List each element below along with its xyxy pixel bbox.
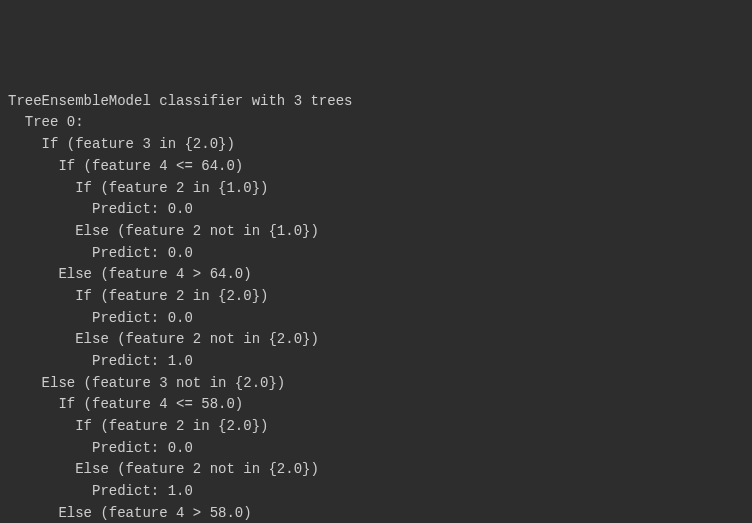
console-line: Else (feature 2 not in {2.0}) — [8, 329, 744, 351]
console-line: If (feature 2 in {1.0}) — [8, 178, 744, 200]
console-line: Else (feature 4 > 64.0) — [8, 264, 744, 286]
console-line: Predict: 0.0 — [8, 199, 744, 221]
console-line: TreeEnsembleModel classifier with 3 tree… — [8, 91, 744, 113]
console-line: If (feature 4 <= 58.0) — [8, 394, 744, 416]
console-line: Predict: 0.0 — [8, 243, 744, 265]
console-line: Else (feature 4 > 58.0) — [8, 503, 744, 523]
console-line: Predict: 0.0 — [8, 438, 744, 460]
console-line: Predict: 1.0 — [8, 351, 744, 373]
console-output: TreeEnsembleModel classifier with 3 tree… — [8, 91, 744, 523]
console-line: Tree 0: — [8, 112, 744, 134]
console-line: If (feature 2 in {2.0}) — [8, 416, 744, 438]
console-line: If (feature 3 in {2.0}) — [8, 134, 744, 156]
console-line: Predict: 1.0 — [8, 481, 744, 503]
console-line: Else (feature 2 not in {1.0}) — [8, 221, 744, 243]
console-line: If (feature 4 <= 64.0) — [8, 156, 744, 178]
console-line: Else (feature 3 not in {2.0}) — [8, 373, 744, 395]
console-line: Else (feature 2 not in {2.0}) — [8, 459, 744, 481]
console-line: If (feature 2 in {2.0}) — [8, 286, 744, 308]
console-line: Predict: 0.0 — [8, 308, 744, 330]
